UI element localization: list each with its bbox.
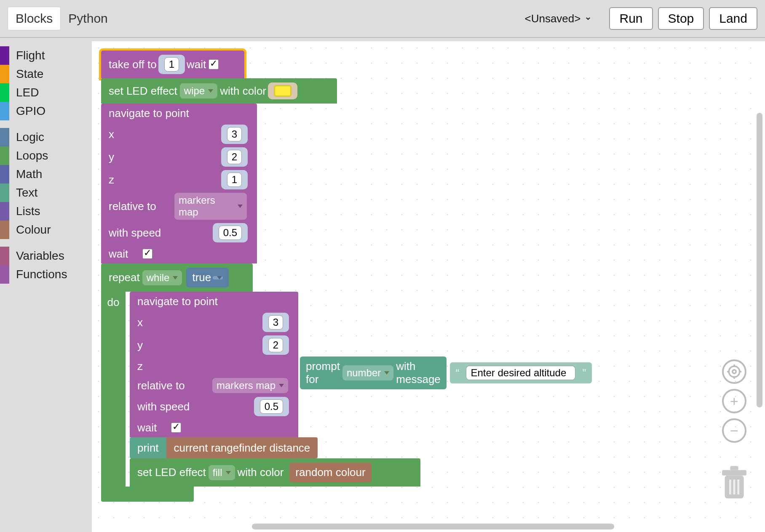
prompt-prefix: prompt for bbox=[306, 360, 340, 386]
nav2-wait-checkbox[interactable] bbox=[171, 423, 181, 433]
top-bar: Blocks Python <Unsaved> Run Stop Land bbox=[0, 0, 765, 38]
repeat-label: repeat bbox=[109, 271, 140, 284]
nav2-y-socket[interactable]: 2 bbox=[262, 335, 289, 355]
category-label: Flight bbox=[16, 49, 45, 62]
category-label: Text bbox=[16, 186, 37, 200]
horizontal-scrollbar[interactable] bbox=[252, 524, 614, 529]
category-color-swatch bbox=[0, 184, 9, 202]
nav1-rel-dropdown[interactable]: markers map bbox=[174, 193, 247, 220]
nav2-speed-socket[interactable]: 0.5 bbox=[254, 397, 289, 416]
repeat-cond-block[interactable]: true bbox=[186, 268, 229, 287]
category-math[interactable]: Math bbox=[0, 165, 92, 184]
prompt-type-dropdown[interactable]: number bbox=[342, 365, 393, 380]
takeoff-altitude-input[interactable]: 1 bbox=[164, 57, 179, 72]
nav1-y-socket[interactable]: 2 bbox=[221, 147, 248, 167]
nav1-z-socket[interactable]: 1 bbox=[221, 170, 248, 189]
block-repeat-while[interactable]: repeat while true do navigate to point x… bbox=[101, 263, 420, 502]
category-lists[interactable]: Lists bbox=[0, 202, 92, 221]
repeat-do-label: do bbox=[101, 292, 126, 487]
nav2-x-label: x bbox=[137, 316, 201, 329]
category-label: Functions bbox=[16, 268, 67, 281]
nav1-x-socket[interactable]: 3 bbox=[221, 125, 248, 144]
block-prompt[interactable]: prompt for number with message bbox=[300, 356, 447, 389]
tab-python[interactable]: Python bbox=[61, 7, 115, 30]
category-label: Math bbox=[16, 168, 42, 181]
nav1-y-label: y bbox=[109, 151, 172, 164]
nav2-rel-label: relative to bbox=[137, 379, 201, 392]
led2-effect-dropdown[interactable]: fill bbox=[209, 465, 235, 480]
category-label: GPIO bbox=[16, 104, 45, 118]
workspace-controls: + − bbox=[718, 359, 751, 503]
print-arg-block[interactable]: current rangefinder distance bbox=[166, 437, 318, 458]
prompt-msg-input[interactable]: Enter desired altitude bbox=[466, 366, 575, 380]
category-color-swatch bbox=[0, 202, 9, 221]
category-label: Loops bbox=[16, 149, 48, 162]
category-led[interactable]: LED bbox=[0, 83, 92, 102]
trash-icon[interactable] bbox=[718, 465, 751, 503]
file-select[interactable]: <Unsaved> bbox=[519, 9, 591, 28]
led2-color-block[interactable]: random colour bbox=[289, 463, 371, 482]
category-color-swatch bbox=[0, 102, 9, 120]
category-logic[interactable]: Logic bbox=[0, 128, 92, 146]
category-text[interactable]: Text bbox=[0, 184, 92, 202]
takeoff-wait-label: wait bbox=[187, 58, 206, 71]
nav1-x-label: x bbox=[109, 128, 172, 141]
led1-label: set LED effect bbox=[109, 85, 177, 98]
nav2-x-socket[interactable]: 3 bbox=[262, 313, 289, 332]
nav2-y-input[interactable]: 2 bbox=[268, 338, 283, 352]
category-loops[interactable]: Loops bbox=[0, 146, 92, 165]
nav2-wait-label: wait bbox=[137, 421, 201, 434]
nav1-speed-socket[interactable]: 0.5 bbox=[213, 223, 248, 242]
run-button[interactable]: Run bbox=[609, 7, 653, 30]
nav1-wait-checkbox[interactable] bbox=[142, 249, 152, 259]
vertical-scrollbar[interactable] bbox=[757, 113, 762, 407]
nav1-title: navigate to point bbox=[109, 107, 189, 120]
nav1-speed-input[interactable]: 0.5 bbox=[219, 226, 242, 240]
blockly-workspace[interactable]: take off to 1 wait set LED effect wipe w… bbox=[92, 41, 765, 532]
svg-point-1 bbox=[729, 366, 740, 377]
nav2-speed-input[interactable]: 0.5 bbox=[260, 399, 283, 414]
category-color-swatch bbox=[0, 221, 9, 239]
block-set-led-1[interactable]: set LED effect wipe with color bbox=[101, 78, 337, 104]
repeat-mode-dropdown[interactable]: while bbox=[142, 270, 182, 285]
nav2-rel-dropdown[interactable]: markers map bbox=[212, 378, 288, 393]
takeoff-altitude-socket[interactable]: 1 bbox=[158, 55, 185, 74]
category-color-swatch bbox=[0, 46, 9, 65]
svg-point-0 bbox=[733, 370, 736, 374]
led1-effect-dropdown[interactable]: wipe bbox=[180, 83, 217, 98]
led1-color-swatch[interactable] bbox=[274, 85, 292, 97]
block-navigate-2[interactable]: navigate to point x 3 y 2 z bbox=[130, 292, 298, 437]
nav2-x-input[interactable]: 3 bbox=[268, 315, 283, 330]
category-flight[interactable]: Flight bbox=[0, 46, 92, 65]
block-takeoff[interactable]: take off to 1 wait bbox=[101, 51, 244, 78]
category-label: Colour bbox=[16, 223, 51, 237]
zoom-out-button[interactable]: − bbox=[722, 418, 746, 443]
nav1-z-input[interactable]: 1 bbox=[227, 173, 242, 187]
led1-color-socket[interactable] bbox=[268, 82, 297, 99]
tab-blocks[interactable]: Blocks bbox=[8, 7, 61, 30]
category-functions[interactable]: Functions bbox=[0, 265, 92, 284]
stop-button[interactable]: Stop bbox=[658, 7, 704, 30]
nav2-speed-label: with speed bbox=[137, 400, 201, 413]
block-set-led-2[interactable]: set LED effect fill with color random co… bbox=[130, 458, 420, 487]
svg-rect-7 bbox=[722, 470, 746, 476]
category-state[interactable]: State bbox=[0, 65, 92, 83]
block-navigate-1[interactable]: navigate to point x 3 y 2 z 1 relative t… bbox=[101, 104, 257, 263]
print-label: print bbox=[137, 442, 159, 455]
land-button[interactable]: Land bbox=[709, 7, 757, 30]
prompt-msg-literal[interactable]: “ Enter desired altitude ” bbox=[450, 362, 592, 383]
category-variables[interactable]: Variables bbox=[0, 247, 92, 265]
category-gpio[interactable]: GPIO bbox=[0, 102, 92, 120]
category-label: Variables bbox=[16, 249, 64, 263]
block-print[interactable]: print current rangefinder distance bbox=[130, 437, 420, 458]
category-colour[interactable]: Colour bbox=[0, 221, 92, 239]
category-panel: FlightStateLEDGPIO LogicLoopsMathTextLis… bbox=[0, 41, 92, 291]
center-view-button[interactable] bbox=[722, 359, 746, 384]
nav1-x-input[interactable]: 3 bbox=[227, 127, 242, 141]
category-color-swatch bbox=[0, 146, 9, 165]
nav1-y-input[interactable]: 2 bbox=[227, 150, 242, 164]
takeoff-wait-checkbox[interactable] bbox=[209, 59, 219, 69]
category-label: Lists bbox=[16, 205, 40, 218]
led1-withcolor-label: with color bbox=[220, 85, 266, 98]
zoom-in-button[interactable]: + bbox=[722, 389, 746, 413]
